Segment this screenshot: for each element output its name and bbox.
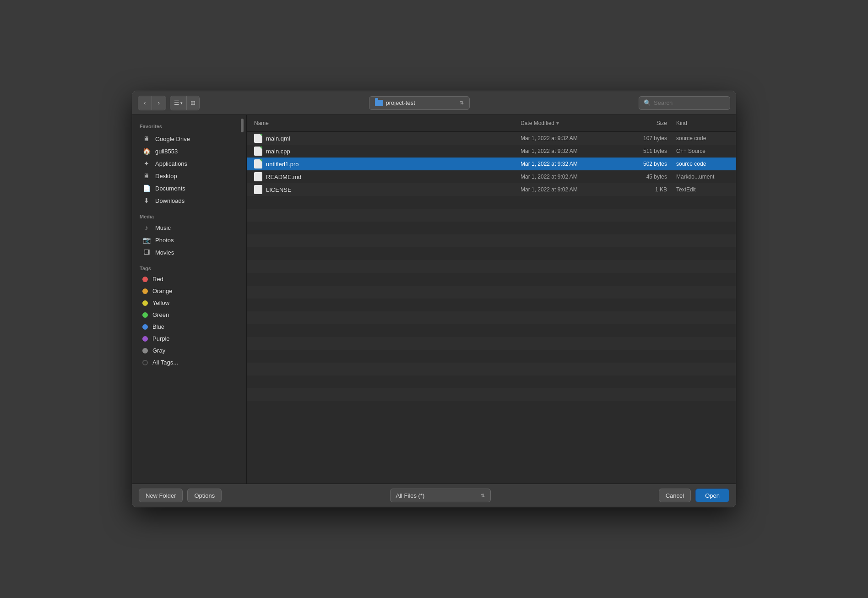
- favorites-label: Favorites: [137, 120, 169, 131]
- sidebar-item-google-drive[interactable]: 🖥 Google Drive: [135, 133, 244, 145]
- location-pill[interactable]: project-test ⇅: [369, 96, 470, 110]
- sidebar-item-purple[interactable]: Purple: [135, 333, 244, 344]
- table-row[interactable]: untitled1.pro Mar 1, 2022 at 9:32 AM 502…: [247, 158, 736, 170]
- file-kind: source code: [672, 161, 736, 167]
- sidebar-item-red[interactable]: Red: [135, 273, 244, 285]
- sidebar-item-orange[interactable]: Orange: [135, 285, 244, 297]
- sidebar-item-label: Music: [155, 224, 171, 231]
- file-icon-license: [254, 185, 262, 194]
- sidebar-item-label: Movies: [155, 249, 174, 256]
- sort-icon: ▾: [556, 120, 559, 126]
- column-header-kind[interactable]: Kind: [672, 115, 736, 131]
- sidebar-item-music[interactable]: ♪ Music: [135, 222, 244, 234]
- sidebar-item-applications[interactable]: ✦ Applications: [135, 158, 244, 169]
- file-type-select-area: All Files (*) ⇅: [226, 489, 654, 502]
- file-kind: C++ Source: [672, 148, 736, 154]
- file-size: 511 bytes: [617, 148, 672, 154]
- sidebar-item-label: Documents: [155, 185, 185, 192]
- empty-row: [247, 299, 736, 311]
- table-row[interactable]: main.cpp Mar 1, 2022 at 9:32 AM 511 byte…: [247, 145, 736, 158]
- empty-row: [247, 350, 736, 363]
- empty-row: [247, 363, 736, 375]
- file-icon-md: [254, 172, 262, 181]
- empty-row: [247, 196, 736, 209]
- icon-view-button[interactable]: ⊞: [187, 96, 199, 110]
- sidebar-item-downloads[interactable]: ⬇ Downloads: [135, 195, 244, 207]
- list-view-button[interactable]: ☰ ▾: [170, 96, 187, 110]
- new-folder-button[interactable]: New Folder: [139, 489, 183, 502]
- file-name: main.cpp: [266, 148, 290, 155]
- file-list-header: Name Date Modified ▾ Size Kind: [247, 115, 736, 132]
- sidebar-item-yellow[interactable]: Yellow: [135, 297, 244, 309]
- column-header-name[interactable]: Name: [247, 115, 516, 131]
- home-icon: 🏠: [142, 147, 151, 155]
- column-header-size[interactable]: Size: [617, 115, 672, 131]
- list-icon: ☰: [174, 99, 179, 106]
- cancel-button[interactable]: Cancel: [659, 489, 691, 502]
- file-dialog: ‹ › ☰ ▾ ⊞ project-test ⇅ 🔍: [132, 91, 736, 507]
- column-header-date[interactable]: Date Modified ▾: [516, 115, 617, 131]
- sidebar-item-label: Google Drive: [155, 136, 190, 142]
- server-icon: 🖥: [142, 135, 151, 142]
- music-icon: ♪: [142, 224, 151, 231]
- sidebar-item-photos[interactable]: 📷 Photos: [135, 234, 244, 246]
- sidebar-item-label: Desktop: [155, 173, 177, 179]
- sidebar-scroll-indicator: [241, 119, 244, 132]
- table-row[interactable]: main.qml Mar 1, 2022 at 9:32 AM 107 byte…: [247, 132, 736, 145]
- sidebar-item-documents[interactable]: 📄 Documents: [135, 182, 244, 194]
- sidebar-item-blue[interactable]: Blue: [135, 321, 244, 332]
- empty-row: [247, 324, 736, 337]
- sidebar-item-label: Blue: [152, 323, 164, 330]
- file-icon-cpp: [254, 147, 262, 156]
- empty-row: [247, 234, 736, 247]
- empty-row: [247, 311, 736, 324]
- table-row[interactable]: README.md Mar 1, 2022 at 9:02 AM 45 byte…: [247, 170, 736, 183]
- main-area: Favorites 🖥 Google Drive 🏠 guil8553 ✦ Ap…: [132, 115, 736, 484]
- file-icon-qml: [254, 134, 262, 143]
- file-kind: source code: [672, 135, 736, 141]
- tags-label: Tags: [132, 262, 246, 273]
- purple-dot: [142, 336, 148, 342]
- table-row[interactable]: LICENSE Mar 1, 2022 at 9:02 AM 1 KB Text…: [247, 183, 736, 196]
- forward-button[interactable]: ›: [152, 96, 166, 110]
- file-name: README.md: [266, 174, 301, 180]
- sidebar-item-home[interactable]: 🏠 guil8553: [135, 145, 244, 157]
- file-date: Mar 1, 2022 at 9:02 AM: [516, 174, 617, 180]
- downloads-icon: ⬇: [142, 197, 151, 204]
- file-kind: TextEdit: [672, 186, 736, 193]
- blue-dot: [142, 324, 148, 330]
- empty-row: [247, 375, 736, 388]
- sidebar-item-label: All Tags...: [152, 359, 178, 366]
- green-dot: [142, 312, 148, 318]
- orange-dot: [142, 288, 148, 294]
- sidebar-item-desktop[interactable]: 🖥 Desktop: [135, 170, 244, 182]
- sidebar-item-label: Red: [152, 276, 163, 283]
- file-size: 45 bytes: [617, 174, 672, 180]
- sidebar-item-all-tags[interactable]: All Tags...: [135, 357, 244, 368]
- sidebar-item-label: Purple: [152, 335, 170, 342]
- back-button[interactable]: ‹: [138, 96, 152, 110]
- file-type-dropdown[interactable]: All Files (*) ⇅: [390, 489, 491, 502]
- file-date: Mar 1, 2022 at 9:02 AM: [516, 186, 617, 193]
- sidebar-item-green[interactable]: Green: [135, 309, 244, 321]
- media-label: Media: [132, 210, 246, 221]
- yellow-dot: [142, 300, 148, 306]
- sidebar-item-label: Photos: [155, 237, 174, 244]
- applications-icon: ✦: [142, 160, 151, 167]
- search-input[interactable]: [654, 99, 725, 106]
- options-button[interactable]: Options: [187, 489, 222, 502]
- file-size: 502 bytes: [617, 161, 672, 167]
- sidebar-item-gray[interactable]: Gray: [135, 345, 244, 356]
- sidebar-item-label: Yellow: [152, 299, 169, 306]
- desktop-icon: 🖥: [142, 172, 151, 179]
- empty-row: [247, 286, 736, 299]
- file-name: untitled1.pro: [266, 161, 299, 168]
- empty-row: [247, 273, 736, 286]
- sidebar: Favorites 🖥 Google Drive 🏠 guil8553 ✦ Ap…: [132, 115, 247, 484]
- file-name: main.qml: [266, 135, 290, 142]
- open-button[interactable]: Open: [695, 489, 729, 502]
- empty-row: [247, 222, 736, 234]
- chevron-down-icon: ▾: [180, 101, 183, 105]
- empty-row: [247, 260, 736, 273]
- sidebar-item-movies[interactable]: 🎞 Movies: [135, 246, 244, 258]
